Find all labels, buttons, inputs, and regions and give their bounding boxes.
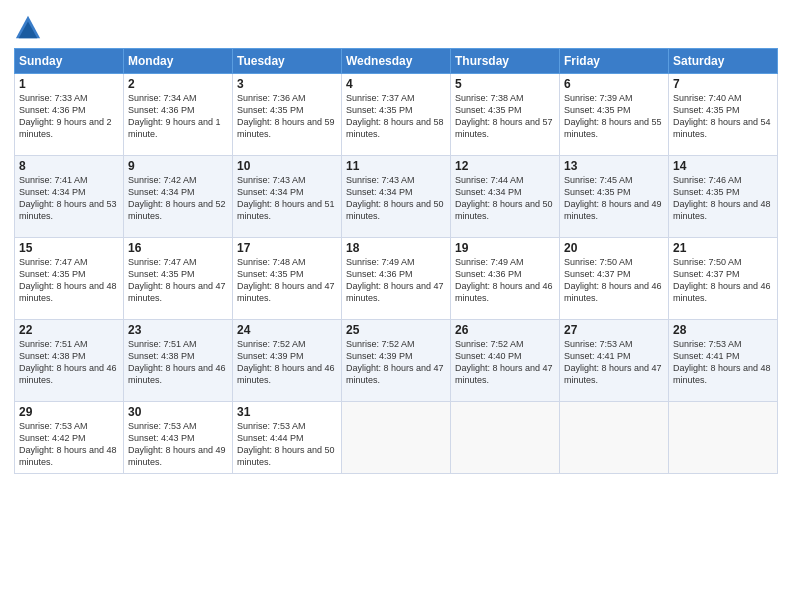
sunset-label: Sunset: 4:42 PM [19, 433, 86, 443]
cell-content: Sunrise: 7:53 AMSunset: 4:41 PMDaylight:… [673, 338, 773, 387]
calendar-cell: 23Sunrise: 7:51 AMSunset: 4:38 PMDayligh… [124, 320, 233, 402]
daylight-label: Daylight: 8 hours and 47 minutes. [346, 281, 444, 303]
daylight-label: Daylight: 8 hours and 51 minutes. [237, 199, 335, 221]
calendar-cell: 14Sunrise: 7:46 AMSunset: 4:35 PMDayligh… [669, 156, 778, 238]
cell-content: Sunrise: 7:45 AMSunset: 4:35 PMDaylight:… [564, 174, 664, 223]
day-number: 24 [237, 323, 337, 337]
cell-content: Sunrise: 7:37 AMSunset: 4:35 PMDaylight:… [346, 92, 446, 141]
cell-content: Sunrise: 7:46 AMSunset: 4:35 PMDaylight:… [673, 174, 773, 223]
calendar-cell: 9Sunrise: 7:42 AMSunset: 4:34 PMDaylight… [124, 156, 233, 238]
sunrise-label: Sunrise: 7:37 AM [346, 93, 415, 103]
sunrise-label: Sunrise: 7:52 AM [346, 339, 415, 349]
weekday-header-sunday: Sunday [15, 49, 124, 74]
sunset-label: Sunset: 4:36 PM [455, 269, 522, 279]
sunrise-label: Sunrise: 7:49 AM [455, 257, 524, 267]
calendar-cell: 5Sunrise: 7:38 AMSunset: 4:35 PMDaylight… [451, 74, 560, 156]
day-number: 20 [564, 241, 664, 255]
cell-content: Sunrise: 7:44 AMSunset: 4:34 PMDaylight:… [455, 174, 555, 223]
sunrise-label: Sunrise: 7:51 AM [128, 339, 197, 349]
day-number: 3 [237, 77, 337, 91]
sunset-label: Sunset: 4:41 PM [673, 351, 740, 361]
day-number: 14 [673, 159, 773, 173]
calendar-cell [560, 402, 669, 474]
sunset-label: Sunset: 4:36 PM [19, 105, 86, 115]
sunrise-label: Sunrise: 7:53 AM [19, 421, 88, 431]
day-number: 18 [346, 241, 446, 255]
sunset-label: Sunset: 4:34 PM [455, 187, 522, 197]
sunrise-label: Sunrise: 7:34 AM [128, 93, 197, 103]
daylight-label: Daylight: 8 hours and 50 minutes. [455, 199, 553, 221]
cell-content: Sunrise: 7:42 AMSunset: 4:34 PMDaylight:… [128, 174, 228, 223]
sunrise-label: Sunrise: 7:47 AM [19, 257, 88, 267]
calendar-cell: 16Sunrise: 7:47 AMSunset: 4:35 PMDayligh… [124, 238, 233, 320]
sunset-label: Sunset: 4:40 PM [455, 351, 522, 361]
day-number: 19 [455, 241, 555, 255]
sunset-label: Sunset: 4:34 PM [19, 187, 86, 197]
day-number: 7 [673, 77, 773, 91]
header [14, 10, 778, 42]
weekday-header-saturday: Saturday [669, 49, 778, 74]
daylight-label: Daylight: 8 hours and 48 minutes. [19, 445, 117, 467]
cell-content: Sunrise: 7:53 AMSunset: 4:44 PMDaylight:… [237, 420, 337, 469]
daylight-label: Daylight: 9 hours and 2 minutes. [19, 117, 112, 139]
calendar-cell: 17Sunrise: 7:48 AMSunset: 4:35 PMDayligh… [233, 238, 342, 320]
day-number: 30 [128, 405, 228, 419]
sunset-label: Sunset: 4:35 PM [564, 187, 631, 197]
daylight-label: Daylight: 8 hours and 47 minutes. [564, 363, 662, 385]
daylight-label: Daylight: 8 hours and 46 minutes. [673, 281, 771, 303]
calendar-cell: 18Sunrise: 7:49 AMSunset: 4:36 PMDayligh… [342, 238, 451, 320]
daylight-label: Daylight: 8 hours and 52 minutes. [128, 199, 226, 221]
sunset-label: Sunset: 4:38 PM [128, 351, 195, 361]
daylight-label: Daylight: 8 hours and 58 minutes. [346, 117, 444, 139]
day-number: 10 [237, 159, 337, 173]
sunrise-label: Sunrise: 7:53 AM [673, 339, 742, 349]
calendar-cell: 11Sunrise: 7:43 AMSunset: 4:34 PMDayligh… [342, 156, 451, 238]
weekday-header-row: SundayMondayTuesdayWednesdayThursdayFrid… [15, 49, 778, 74]
cell-content: Sunrise: 7:38 AMSunset: 4:35 PMDaylight:… [455, 92, 555, 141]
sunrise-label: Sunrise: 7:48 AM [237, 257, 306, 267]
daylight-label: Daylight: 8 hours and 55 minutes. [564, 117, 662, 139]
daylight-label: Daylight: 8 hours and 47 minutes. [455, 363, 553, 385]
daylight-label: Daylight: 8 hours and 47 minutes. [128, 281, 226, 303]
week-row-2: 8Sunrise: 7:41 AMSunset: 4:34 PMDaylight… [15, 156, 778, 238]
calendar-cell [451, 402, 560, 474]
day-number: 8 [19, 159, 119, 173]
daylight-label: Daylight: 8 hours and 59 minutes. [237, 117, 335, 139]
sunset-label: Sunset: 4:35 PM [128, 269, 195, 279]
cell-content: Sunrise: 7:52 AMSunset: 4:39 PMDaylight:… [346, 338, 446, 387]
sunrise-label: Sunrise: 7:39 AM [564, 93, 633, 103]
sunrise-label: Sunrise: 7:50 AM [673, 257, 742, 267]
day-number: 12 [455, 159, 555, 173]
cell-content: Sunrise: 7:51 AMSunset: 4:38 PMDaylight:… [19, 338, 119, 387]
daylight-label: Daylight: 8 hours and 48 minutes. [19, 281, 117, 303]
day-number: 25 [346, 323, 446, 337]
sunset-label: Sunset: 4:35 PM [19, 269, 86, 279]
weekday-header-friday: Friday [560, 49, 669, 74]
calendar-cell: 3Sunrise: 7:36 AMSunset: 4:35 PMDaylight… [233, 74, 342, 156]
sunrise-label: Sunrise: 7:36 AM [237, 93, 306, 103]
day-number: 28 [673, 323, 773, 337]
daylight-label: Daylight: 8 hours and 50 minutes. [346, 199, 444, 221]
day-number: 9 [128, 159, 228, 173]
cell-content: Sunrise: 7:49 AMSunset: 4:36 PMDaylight:… [346, 256, 446, 305]
daylight-label: Daylight: 8 hours and 46 minutes. [237, 363, 335, 385]
weekday-header-thursday: Thursday [451, 49, 560, 74]
day-number: 23 [128, 323, 228, 337]
week-row-5: 29Sunrise: 7:53 AMSunset: 4:42 PMDayligh… [15, 402, 778, 474]
sunrise-label: Sunrise: 7:52 AM [237, 339, 306, 349]
sunrise-label: Sunrise: 7:42 AM [128, 175, 197, 185]
day-number: 13 [564, 159, 664, 173]
calendar-cell: 26Sunrise: 7:52 AMSunset: 4:40 PMDayligh… [451, 320, 560, 402]
sunset-label: Sunset: 4:41 PM [564, 351, 631, 361]
cell-content: Sunrise: 7:43 AMSunset: 4:34 PMDaylight:… [237, 174, 337, 223]
sunset-label: Sunset: 4:35 PM [564, 105, 631, 115]
cell-content: Sunrise: 7:48 AMSunset: 4:35 PMDaylight:… [237, 256, 337, 305]
cell-content: Sunrise: 7:43 AMSunset: 4:34 PMDaylight:… [346, 174, 446, 223]
cell-content: Sunrise: 7:53 AMSunset: 4:41 PMDaylight:… [564, 338, 664, 387]
sunset-label: Sunset: 4:38 PM [19, 351, 86, 361]
calendar-cell: 13Sunrise: 7:45 AMSunset: 4:35 PMDayligh… [560, 156, 669, 238]
sunrise-label: Sunrise: 7:45 AM [564, 175, 633, 185]
sunset-label: Sunset: 4:36 PM [346, 269, 413, 279]
week-row-1: 1Sunrise: 7:33 AMSunset: 4:36 PMDaylight… [15, 74, 778, 156]
calendar-cell: 28Sunrise: 7:53 AMSunset: 4:41 PMDayligh… [669, 320, 778, 402]
